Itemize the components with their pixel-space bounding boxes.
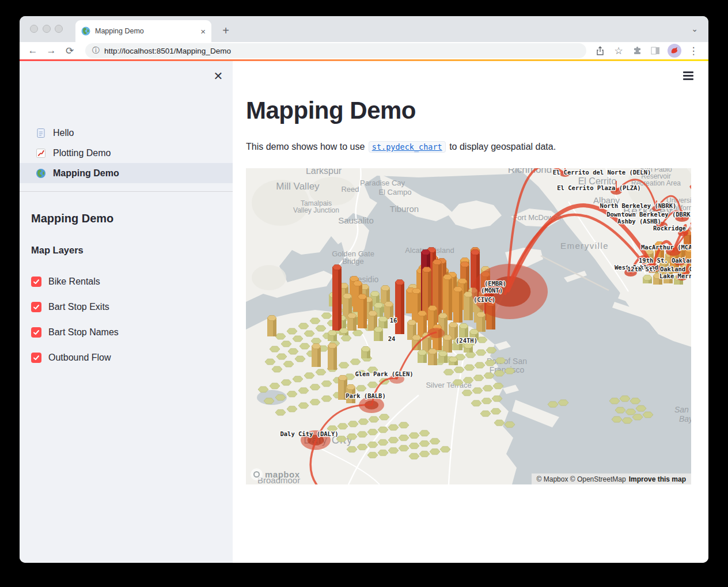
bart-station-label: 24: [388, 335, 396, 342]
window-zoom-button[interactable]: [55, 25, 63, 33]
sidebar-item-label: Plotting Demo: [53, 148, 111, 158]
sidebar-item-mapping-demo[interactable]: Mapping Demo: [20, 163, 233, 183]
map-town-label: Mill Valley: [276, 181, 320, 192]
hex-cell: [622, 418, 632, 423]
hex-cell: [298, 388, 309, 393]
hex-cell: [369, 416, 379, 422]
hex-cell: [347, 446, 357, 452]
site-info-icon[interactable]: ⓘ: [92, 46, 100, 56]
hex-cell: [272, 366, 282, 372]
bookmark-star-icon[interactable]: ☆: [611, 43, 626, 58]
hex-cell: [367, 452, 378, 458]
browser-tab[interactable]: Mapping Demo ×: [75, 20, 211, 42]
hex-column: [476, 312, 486, 332]
main-content: Mapping Demo This demo shows how to use …: [233, 61, 708, 563]
layer-row-bart-stop-names: Bart Stop Names: [31, 320, 221, 345]
hex-column: [395, 280, 404, 335]
map-town-label: Sausalito: [338, 215, 374, 225]
layer-label[interactable]: Bike Rentals: [48, 277, 100, 287]
sidebar-item-plotting-demo[interactable]: Plotting Demo: [20, 143, 233, 163]
url-text[interactable]: http://localhost:8501/Mapping_Demo: [104, 47, 231, 55]
hex-cell: [548, 402, 558, 407]
app-menu-icon[interactable]: [683, 71, 693, 80]
address-bar[interactable]: ⓘ http://localhost:8501/Mapping_Demo: [85, 43, 586, 58]
bart-station-label: 19th St. Oakland: [639, 257, 691, 264]
mapbox-logo[interactable]: mapbox: [251, 468, 300, 480]
hex-cell: [462, 390, 472, 396]
hex-cell: [358, 419, 369, 425]
profile-avatar[interactable]: [668, 44, 681, 58]
window-close-button[interactable]: [30, 25, 38, 33]
hex-cell: [473, 375, 484, 381]
hex-cell: [321, 313, 332, 319]
hex-cell: [419, 430, 430, 436]
browser-menu-icon[interactable]: ⋮: [686, 43, 701, 58]
hex-cell: [505, 422, 515, 427]
forward-button[interactable]: →: [44, 43, 59, 58]
hex-cell: [379, 414, 389, 420]
checkbox-checked[interactable]: [31, 327, 41, 338]
layer-label[interactable]: Outbound Flow: [48, 353, 111, 363]
hex-cell: [264, 398, 274, 404]
map-town-label: Emeryville: [560, 241, 609, 251]
hex-cell: [295, 356, 305, 362]
hex-cell: [484, 373, 494, 378]
layer-row-bart-stop-exits: Bart Stop Exits: [31, 294, 221, 320]
bart-station-label: Downtown Berkeley (DBRK): [606, 211, 691, 218]
hex-cell: [270, 383, 280, 389]
tab-search-chevron-icon[interactable]: ⌄: [691, 24, 698, 33]
hex-cell: [475, 362, 485, 368]
layer-row-outbound-flow: Outbound Flow: [31, 345, 221, 370]
new-tab-button[interactable]: +: [218, 22, 234, 39]
hex-cell: [356, 385, 366, 391]
hex-cell: [388, 425, 399, 430]
hex-cell: [378, 427, 388, 433]
hex-cell: [643, 412, 653, 418]
tab-close-icon[interactable]: ×: [200, 26, 206, 36]
map-town-label: Bay: [679, 414, 691, 423]
hex-cell: [612, 416, 622, 422]
attribution-text[interactable]: © Mapbox © OpenStreetMap: [537, 475, 626, 483]
checkbox-checked[interactable]: [31, 277, 41, 287]
hex-cell: [476, 350, 486, 355]
hex-cell: [321, 381, 332, 387]
side-panel-icon[interactable]: [648, 43, 663, 58]
hex-cell: [304, 373, 314, 378]
back-button[interactable]: ←: [25, 43, 40, 58]
sidebar-close-icon[interactable]: ✕: [211, 69, 225, 83]
hex-cell: [348, 421, 358, 427]
hex-cell: [316, 369, 326, 375]
bart-station-label: MacArthur (MCAR): [641, 244, 691, 251]
hex-cell: [430, 449, 440, 455]
browser-toolbar: ← → ⟳ ⓘ http://localhost:8501/Mapping_De…: [20, 42, 708, 59]
reload-button[interactable]: ⟳: [62, 43, 77, 58]
mapbox-logo-text: mapbox: [265, 469, 300, 479]
hex-cell: [430, 438, 440, 444]
window-minimize-button[interactable]: [43, 25, 51, 33]
layer-label[interactable]: Bart Stop Exits: [48, 302, 109, 312]
hex-column: [449, 357, 458, 366]
hex-cell: [419, 441, 430, 446]
layer-label[interactable]: Bart Stop Names: [48, 327, 119, 338]
hex-cell: [615, 407, 625, 413]
hex-cell: [287, 406, 297, 412]
bart-station-label: El Cerrito Plaza (PLZA): [557, 184, 640, 191]
checkbox-checked[interactable]: [31, 302, 41, 312]
hex-cell: [480, 411, 491, 416]
hex-cell: [495, 358, 506, 363]
pydeck-map[interactable]: LarkspurRichmondSan PabloReservoirRecrea…: [246, 168, 691, 484]
map-town-label: Tiburon: [390, 204, 419, 214]
hex-cell: [275, 334, 286, 339]
pydeck-chart-link[interactable]: st.pydeck_chart: [369, 141, 446, 153]
hex-cell: [341, 335, 351, 341]
hex-cell: [350, 359, 361, 365]
checkbox-checked[interactable]: [31, 353, 41, 363]
hex-cell: [491, 408, 501, 414]
hex-column: [347, 313, 357, 331]
bart-station-label: 12th St. Oakland City: [627, 266, 691, 272]
extensions-puzzle-icon[interactable]: [630, 43, 644, 58]
improve-map-link[interactable]: Improve this map: [629, 475, 686, 483]
hex-cell: [625, 409, 636, 415]
share-icon[interactable]: [593, 43, 608, 58]
sidebar-item-hello[interactable]: Hello: [20, 123, 233, 143]
